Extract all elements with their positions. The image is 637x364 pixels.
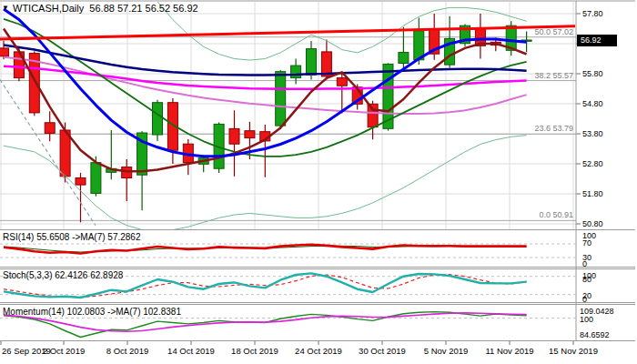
date-tick-label: 24 Oct 2019 xyxy=(282,347,355,356)
price-tick-label: 57.80 xyxy=(582,9,603,18)
date-tick-label: 5 Nov 2019 xyxy=(410,347,482,356)
rsi-axis-label: 70 xyxy=(582,238,592,248)
stoch-label: Stoch(5,3,3) 62.4126 62.8928 xyxy=(3,270,123,280)
price-tick-label: 50.80 xyxy=(582,219,603,228)
fib-level-label: 38.2 55.57 xyxy=(455,71,573,80)
price-tick-label: 52.80 xyxy=(582,159,603,168)
momentum-axis-label: 100 xyxy=(580,315,593,324)
date-tick-label: 30 Oct 2019 xyxy=(346,347,419,356)
current-price-badge: 56.92 xyxy=(577,35,617,46)
symbol-label: WTICASH,Daily xyxy=(13,3,84,14)
price-tick-label: 55.80 xyxy=(582,69,603,78)
rsi-axis-label: 0 xyxy=(582,259,587,268)
ohlc-values: 56.88 57.21 56.52 56.92 xyxy=(89,3,197,14)
date-tick-label: 2 Oct 2019 xyxy=(27,347,100,356)
date-tick-label: 18 Oct 2019 xyxy=(218,347,291,356)
chevron-down-icon[interactable]: ▼ xyxy=(2,4,9,12)
trading-chart-window: { "header": { "symbol_label": "WTICASH,D… xyxy=(0,0,637,364)
fib-level-label: 50.0 57.02 xyxy=(455,27,573,36)
fib-level-label: 0.0 50.91 xyxy=(455,210,573,219)
price-tick-label: 51.80 xyxy=(582,189,603,198)
date-tick-label: 15 Nov 2019 xyxy=(537,347,610,356)
date-tick-label: 11 Nov 2019 xyxy=(473,347,546,356)
price-tick-label: 53.80 xyxy=(582,129,603,138)
chart-header: WTICASH,Daily 56.88 57.21 56.52 56.92 xyxy=(13,3,198,14)
momentum-axis-label: 84.6592 xyxy=(580,330,610,339)
date-tick-label: 8 Oct 2019 xyxy=(91,347,164,356)
price-tick-label: 54.80 xyxy=(582,99,603,108)
stoch-axis-label: 0 xyxy=(582,295,587,304)
fib-level-label: 23.6 53.79 xyxy=(455,124,573,133)
rsi-label: RSI(14) 55.6508 ->MA(7) 57.2862 xyxy=(3,232,140,242)
momentum-label: Momentum(14) 102.0803 ->MA(7) 102.8381 xyxy=(3,307,181,317)
stoch-axis-label: 80 xyxy=(582,275,592,284)
date-tick-label: 14 Oct 2019 xyxy=(155,347,228,356)
